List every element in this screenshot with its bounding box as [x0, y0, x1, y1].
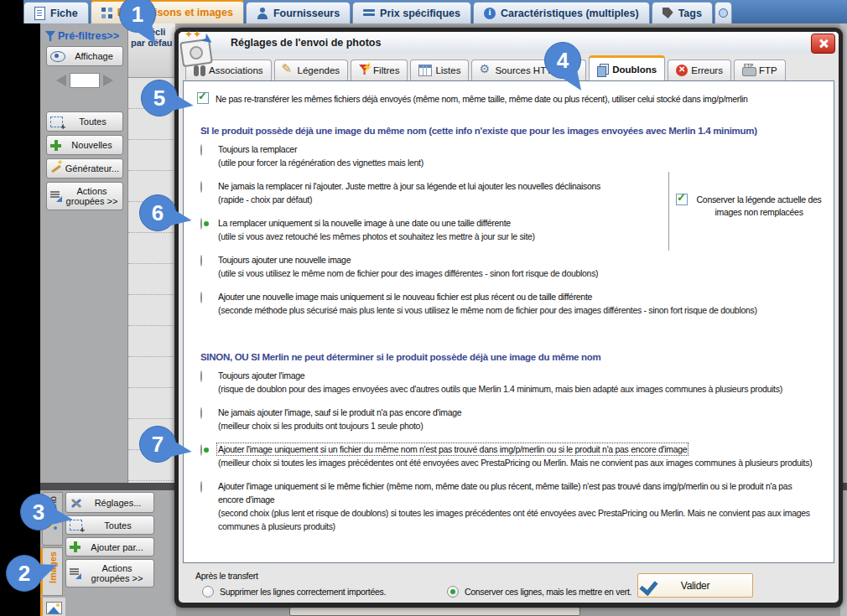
grouped-actions-icon [70, 568, 81, 578]
table-row[interactable] [128, 326, 175, 357]
table-row[interactable] [128, 233, 175, 264]
dtab-erreurs[interactable]: Erreurs [668, 60, 731, 80]
radio-selected-icon[interactable] [200, 444, 202, 456]
option-label: Supprimer les lignes correctement import… [220, 587, 386, 597]
tab-tags[interactable]: Tags [652, 2, 713, 23]
radio-icon[interactable] [200, 370, 202, 382]
radio-icon[interactable] [200, 255, 202, 267]
option-desc: (meilleur choix si toutes les images pré… [218, 458, 812, 468]
button-label: Générateur... [65, 163, 119, 173]
button-label: Toutes [66, 116, 119, 127]
option-label: Ajouter une nouvelle image mais uniqueme… [218, 292, 592, 302]
blue-checkmark-icon [640, 567, 665, 597]
grouped-actions-icon [50, 191, 61, 201]
reglages-button[interactable]: Réglages... [65, 492, 154, 513]
generateur-button[interactable]: Générateur... [46, 158, 123, 179]
dtab-label: Légendes [298, 65, 340, 75]
option-label: Conserver ces lignes, mais les mettre en… [465, 587, 631, 597]
pager-controls [46, 72, 123, 89]
radio-selected-icon[interactable] [447, 586, 459, 598]
ajouter-par-button[interactable]: Ajouter par... [65, 537, 154, 556]
radio-icon[interactable] [200, 481, 202, 493]
tab-caracteristiques[interactable]: Caractéristiques (multiples) [473, 2, 650, 23]
checkbox-checked-icon[interactable] [197, 92, 209, 104]
button-label: Actions groupées >> [84, 563, 150, 583]
affichage-button[interactable]: Affichage [46, 46, 123, 66]
option-label: Ne jamais la remplacer ni l'ajouter. Jus… [218, 181, 600, 191]
option-never-add-unless-none[interactable]: Ne jamais ajouter l'image, sauf si le pr… [187, 406, 834, 432]
tab-label: Fiche [50, 8, 78, 19]
option-always-replace[interactable]: Toujours la remplacer (utile pour forcer… [187, 142, 834, 169]
tab-fiche[interactable]: Fiche [23, 2, 89, 23]
checkbox-checked-icon[interactable] [676, 194, 688, 205]
page-number-input[interactable] [70, 73, 100, 88]
keep-caption-option[interactable]: Conserver la légende actuelle des images… [676, 194, 825, 219]
radio-icon[interactable] [202, 586, 214, 598]
keep-lines-green-option[interactable]: Conserver ces lignes, mais les mettre en… [447, 586, 631, 598]
dialog-title: Réglages de l'envoi de photos [231, 37, 381, 49]
tab-label: Caractéristiques (multiples) [501, 8, 639, 19]
next-arrow-icon[interactable] [103, 75, 113, 86]
actions-groupees-button-bottom[interactable]: Actions groupées >> [65, 559, 154, 588]
option-add-if-not-in-merlin[interactable]: Ajouter l'image uniquement si un fichier… [187, 443, 834, 469]
nouvelles-button[interactable]: Nouvelles [46, 135, 123, 155]
dtab-filtres[interactable]: Filtres [351, 60, 408, 80]
actions-groupees-button[interactable]: Actions groupées >> [46, 182, 123, 210]
callout-badge-2: 2 [6, 555, 43, 592]
button-label: Ajouter par... [84, 542, 150, 552]
dtab-label: Listes [435, 65, 460, 75]
tab-partial[interactable] [714, 2, 732, 23]
tag-icon [663, 8, 673, 18]
callout-badge-3: 3 [20, 494, 57, 531]
option-always-add-image[interactable]: Toujours ajouter l'image (risque de doub… [187, 369, 834, 396]
option-replace-if-different[interactable]: La remplacer uniquement si la nouvelle i… [187, 216, 834, 243]
table-row[interactable] [128, 264, 175, 295]
dtab-ftp[interactable]: FTP [734, 60, 786, 80]
option-always-add[interactable]: Toujours ajouter une nouvelle image (uti… [187, 253, 834, 280]
vtab-image-icon-tab[interactable] [40, 598, 65, 616]
radio-icon[interactable] [200, 181, 202, 193]
dialog-titlebar[interactable]: Réglages de l'envoi de photos [179, 32, 839, 54]
horizontal-scrollbar[interactable] [289, 607, 580, 616]
duplicates-icon [597, 64, 609, 75]
option-desc: (rapide - choix par défaut) [218, 194, 312, 204]
close-icon [818, 38, 829, 49]
tab-fournisseurs[interactable]: Fournisseurs [246, 2, 351, 23]
table-row[interactable] [128, 357, 175, 388]
button-label: Nouvelles [65, 140, 119, 150]
table-row[interactable] [128, 295, 175, 326]
button-label: Affichage [69, 51, 119, 61]
button-label: Valider [681, 580, 709, 592]
dtab-label: FTP [759, 65, 777, 75]
prefilters-link[interactable]: Pré-filtres>> [45, 30, 119, 42]
after-transfer-label: Après le transfert [195, 571, 258, 581]
dtab-listes[interactable]: Listes [410, 60, 469, 80]
skip-transfer-option[interactable]: Ne pas re-transférer les mêmes fichiers … [184, 92, 834, 106]
funnel-icon [45, 31, 55, 41]
toutes-button-bottom[interactable]: Toutes [65, 515, 154, 535]
callout-badge-7: 7 [139, 426, 176, 463]
table-row[interactable] [128, 388, 175, 419]
option-add-if-newer[interactable]: Ajouter une nouvelle image mais uniqueme… [187, 290, 834, 317]
radio-icon[interactable] [200, 144, 202, 156]
tab-declinaisons-et-images[interactable]: Déclinaisons et images [91, 0, 244, 23]
radio-icon[interactable] [200, 292, 202, 303]
radio-selected-icon[interactable] [200, 218, 202, 230]
previous-arrow-icon[interactable] [56, 75, 66, 86]
option-label: Ajouter l'image uniquement si le même fi… [218, 481, 792, 505]
plus-icon [50, 140, 61, 151]
toutes-button[interactable]: Toutes [46, 111, 123, 132]
radio-icon[interactable] [200, 407, 202, 419]
close-button[interactable] [811, 34, 835, 54]
price-bars-icon [363, 8, 375, 18]
tab-label: Fournisseurs [273, 8, 340, 19]
table-row[interactable] [128, 140, 175, 171]
tab-prix-specifiques[interactable]: Prix spécifiques [352, 2, 471, 23]
app-screen: Fiche Déclinaisons et images Fournisseur… [0, 0, 847, 616]
dtab-legendes[interactable]: Légendes [274, 60, 349, 80]
option-desc: (seconde méthode plus sécurisé mais plus… [218, 305, 757, 315]
option-add-if-same-file-not-found[interactable]: Ajouter l'image uniquement si le même fi… [187, 479, 834, 533]
selection-icon [50, 116, 63, 127]
dtab-doublons[interactable]: Doublons [589, 55, 665, 80]
delete-imported-lines-option[interactable]: Supprimer les lignes correctement import… [202, 586, 386, 598]
